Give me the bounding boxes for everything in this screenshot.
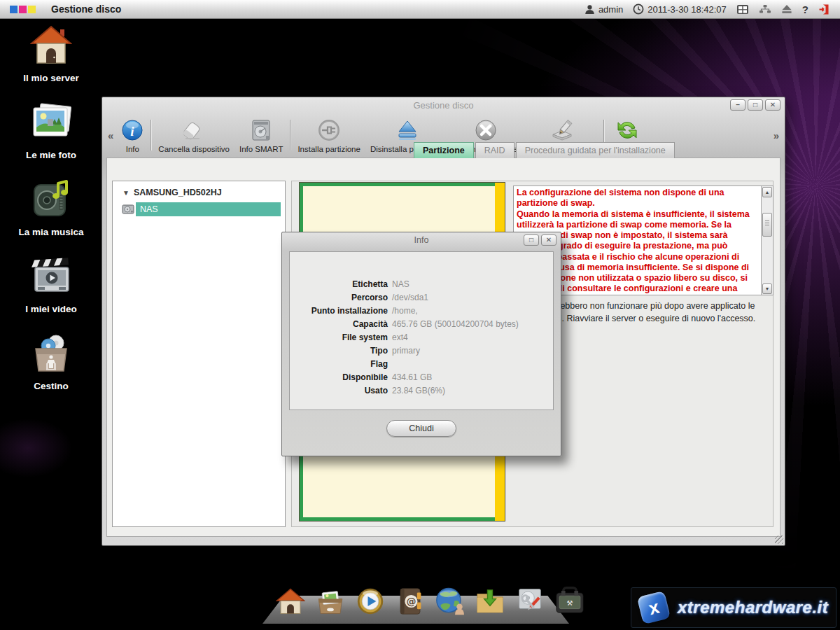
clock-icon: [633, 4, 644, 15]
dialog-titlebar[interactable]: Info □ ✕: [282, 232, 561, 248]
info-row-percorso: Percorso /dev/sda1: [290, 290, 553, 304]
clock-widget: 2011-3-30 18:42:07: [633, 4, 727, 15]
tab-partizione[interactable]: Partizione: [414, 142, 474, 158]
toolbar-scroll-right[interactable]: »: [771, 130, 782, 141]
xtremehardware-watermark: x xtremehardware.it: [631, 587, 836, 628]
window-title: Gestione disco: [102, 100, 785, 111]
warning-scrollbar[interactable]: ▲ ▼: [761, 186, 773, 295]
tab-install-wizard[interactable]: Procedura guidata per l'installazione: [516, 142, 675, 158]
dock: @: [274, 585, 585, 617]
help-icon[interactable]: ?: [802, 4, 808, 15]
scroll-up-icon[interactable]: ▲: [762, 187, 772, 197]
info-icon: i: [121, 118, 144, 143]
close-button[interactable]: ✕: [765, 99, 780, 111]
desktop-icon-column: Il mio server Le mie foto: [8, 24, 94, 409]
info-row-disponibile: Disponibile 434.61 GB: [290, 370, 553, 384]
toolbar-info-button[interactable]: i Info: [116, 113, 148, 158]
scrollbar-thumb[interactable]: [762, 213, 772, 237]
music-icon: [29, 178, 73, 221]
caret-down-icon[interactable]: ▼: [122, 189, 130, 197]
network-places-icon[interactable]: [759, 4, 771, 14]
xtremehardware-logo-text: xtremehardware.it: [678, 598, 828, 617]
svg-text:@: @: [406, 595, 416, 606]
dock-disk-tools-icon[interactable]: [514, 585, 545, 617]
show-desktop-icon[interactable]: [736, 4, 749, 15]
dialog-title: Info: [282, 235, 561, 245]
unmount-eject-icon: [396, 118, 419, 143]
maximize-button[interactable]: □: [748, 99, 763, 111]
desktop-icon-label: I miei video: [25, 304, 77, 314]
desktop-icon-label: Cestino: [34, 381, 69, 391]
eraser-icon: [181, 118, 206, 143]
info-row-tipo: Tipo primary: [290, 344, 553, 357]
eject-icon[interactable]: [781, 4, 792, 14]
toolbar-mount-partition-button[interactable]: Installa partizione: [293, 113, 365, 158]
mount-plug-icon: [317, 118, 341, 143]
window-resize-grip[interactable]: [775, 536, 783, 544]
toolbar-scroll-left[interactable]: «: [105, 130, 116, 141]
info-row-capacita: Capacità 465.76 GB (500104200704 bytes): [290, 317, 553, 330]
dock-contacts-icon[interactable]: @: [394, 585, 426, 617]
desktop-icon-my-music[interactable]: La mia musica: [8, 178, 94, 255]
dialog-maximize-button[interactable]: □: [524, 234, 539, 246]
dock-toolbox-icon[interactable]: ⚒: [554, 585, 585, 617]
dock-download-folder-icon[interactable]: [474, 585, 505, 617]
tree-device-label: SAMSUNG_HD502HJ: [134, 188, 222, 197]
desktop-icon-my-photos[interactable]: Le mie foto: [8, 101, 94, 178]
info-dialog: Info □ ✕ Etichetta NAS Percorso /dev/sda…: [281, 232, 561, 456]
svg-text:⚒: ⚒: [566, 598, 573, 606]
datetime-text: 2011-3-30 18:42:07: [648, 4, 727, 15]
toolbar-erase-device-button[interactable]: Cancella dispositivo: [153, 113, 234, 158]
desktop-icon-my-videos[interactable]: I miei video: [8, 255, 94, 332]
home-icon: [29, 24, 73, 67]
window-titlebar[interactable]: Gestione disco – □ ✕: [102, 97, 785, 113]
dock-home-icon[interactable]: [274, 585, 306, 617]
user-icon: [584, 4, 595, 15]
dialog-body: Etichetta NAS Percorso /dev/sda1 Punto i…: [289, 251, 554, 410]
info-row-usato: Usato 23.84 GB(6%): [290, 384, 553, 397]
trash-icon: [29, 332, 73, 375]
logout-icon[interactable]: [818, 4, 830, 15]
topbar-app-title: Gestione disco: [51, 4, 121, 15]
dock-media-player-icon[interactable]: [354, 585, 386, 617]
user-name: admin: [598, 4, 623, 15]
info-row-file-system: File system ext4: [290, 330, 553, 344]
tab-raid[interactable]: RAID: [475, 142, 514, 158]
xtremehardware-x-logo-icon: x: [637, 591, 671, 624]
user-menu[interactable]: admin: [584, 4, 623, 15]
svg-text:i: i: [131, 124, 135, 139]
photos-icon: [29, 101, 73, 144]
dock-network-globe-icon[interactable]: [434, 585, 465, 617]
system-topbar: Gestione disco admin 2011-3-30 18:42:07 …: [0, 0, 840, 19]
dock-photo-box-icon[interactable]: [314, 585, 346, 617]
desktop-icon-my-server[interactable]: Il mio server: [8, 24, 94, 101]
delete-x-icon: [475, 118, 497, 143]
desktop-icon-trash[interactable]: Cestino: [8, 332, 94, 409]
info-row-etichetta: Etichetta NAS: [290, 277, 553, 290]
info-row-flag: Flag: [290, 357, 553, 370]
hard-disk-icon: [251, 118, 272, 143]
toolbar-separator: [290, 120, 290, 150]
videos-icon: [29, 255, 73, 298]
desktop-icon-label: Le mie foto: [26, 150, 76, 160]
toolbar-separator: [150, 120, 151, 150]
scroll-down-icon[interactable]: ▼: [762, 284, 772, 294]
desktop-icon-label: Il mio server: [23, 73, 79, 83]
minimize-button[interactable]: –: [730, 99, 746, 111]
partition-disk-icon: [122, 204, 134, 215]
dialog-close-button[interactable]: ✕: [541, 234, 556, 246]
tree-partition-label: NAS: [140, 204, 158, 214]
chiudi-button[interactable]: Chiudi: [386, 420, 456, 437]
toolbar-smart-info-button[interactable]: Info SMART: [234, 113, 288, 158]
tree-device-row[interactable]: ▼ SAMSUNG_HD502HJ: [113, 181, 285, 200]
tree-partition-row-selected[interactable]: NAS: [136, 202, 281, 216]
format-pencil-icon: [550, 118, 574, 143]
info-row-punto-installazione: Punto installazione /home,: [290, 304, 553, 317]
desktop-icon-label: La mia musica: [18, 227, 83, 237]
tab-bar: Partizione RAID Procedura guidata per l'…: [414, 142, 676, 158]
refresh-icon: [616, 118, 638, 143]
device-tree-panel: ▼ SAMSUNG_HD502HJ NAS: [112, 181, 286, 527]
system-menu-icon[interactable]: [10, 6, 36, 13]
